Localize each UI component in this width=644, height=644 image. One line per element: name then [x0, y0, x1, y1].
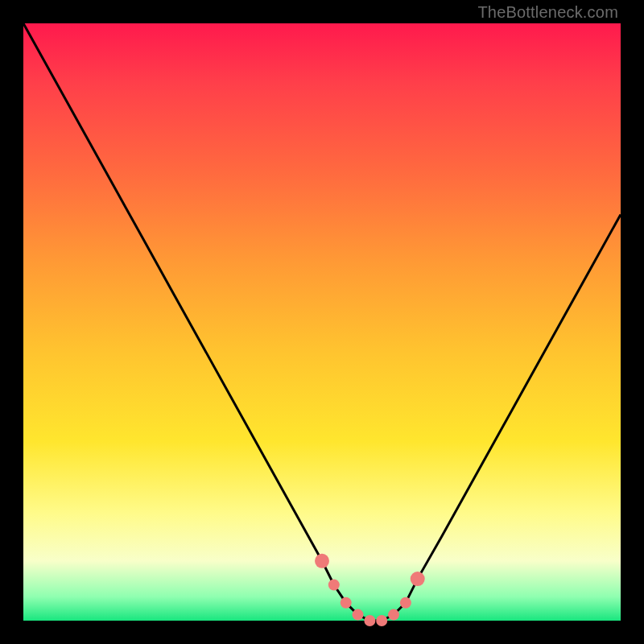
- highlight-dot: [341, 597, 352, 609]
- highlight-dot: [328, 580, 340, 591]
- highlight-dot: [353, 609, 364, 621]
- highlight-dot: [411, 572, 425, 586]
- watermark-text: TheBottleneck.com: [477, 3, 618, 22]
- highlight-dot: [376, 615, 387, 626]
- highlight-dot: [400, 597, 411, 609]
- optimal-range-dots: [315, 554, 425, 626]
- chart-svg: [23, 23, 621, 621]
- highlight-dot: [388, 609, 399, 621]
- highlight-dot: [315, 554, 329, 568]
- bottleneck-curve-path: [23, 23, 621, 621]
- highlight-dot: [364, 615, 375, 626]
- chart-frame: TheBottleneck.com: [0, 0, 644, 644]
- plot-area: [23, 23, 621, 621]
